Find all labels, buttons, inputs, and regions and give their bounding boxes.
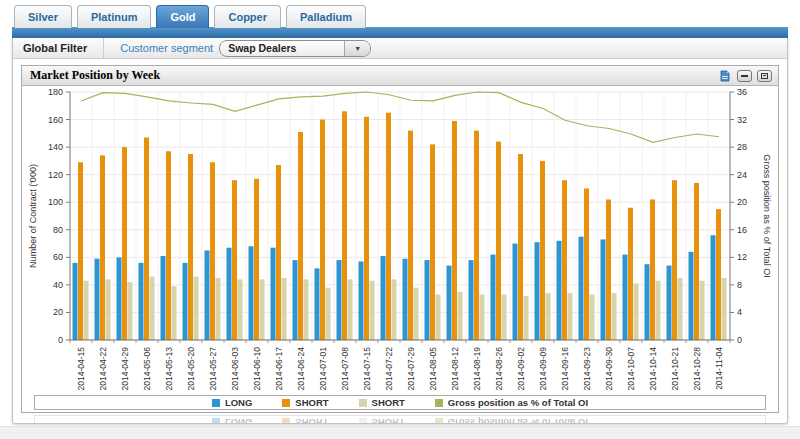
- panel-title: Market Position by Week: [22, 68, 718, 83]
- left-axis-tick-label: 20: [53, 307, 63, 317]
- right-axis-title: Gross position as % of Total OI: [762, 154, 772, 277]
- bar: [282, 278, 287, 340]
- tab-copper[interactable]: Copper: [214, 5, 281, 28]
- bar: [166, 151, 171, 340]
- x-axis-label: 2014-09-30: [604, 347, 614, 391]
- bar: [540, 161, 545, 340]
- right-axis-tick-label: 4: [737, 307, 742, 317]
- bar: [161, 256, 166, 340]
- bar: [73, 263, 78, 340]
- bar: [535, 242, 540, 340]
- bar: [320, 120, 325, 340]
- legend-swatch: [435, 419, 443, 424]
- bar: [518, 154, 523, 340]
- tab-platinum[interactable]: Platinum: [77, 5, 151, 28]
- bar: [315, 268, 320, 340]
- customer-segment-dropdown[interactable]: Swap Dealers ▼: [219, 40, 371, 57]
- bar: [584, 188, 589, 340]
- bar: [491, 255, 496, 340]
- chart-legend: LONGSHORTSHORTGross position as % of Tot…: [34, 415, 766, 423]
- bar: [139, 263, 144, 340]
- bar: [205, 250, 210, 340]
- legend-swatch: [282, 419, 290, 424]
- bar: [447, 266, 452, 340]
- bar: [370, 281, 375, 340]
- bar: [524, 296, 529, 340]
- x-axis-label: 2014-04-29: [120, 347, 130, 391]
- bar: [612, 293, 617, 340]
- bar: [606, 199, 611, 340]
- bar: [293, 260, 298, 340]
- minimize-icon[interactable]: [737, 70, 752, 82]
- x-axis-label: 2014-05-13: [164, 347, 174, 391]
- print-icon[interactable]: [718, 69, 732, 82]
- bar: [304, 279, 309, 340]
- bar: [183, 263, 188, 340]
- bar: [298, 132, 303, 340]
- bar: [474, 131, 479, 340]
- x-axis-label: 2014-09-02: [516, 347, 526, 391]
- bar: [232, 180, 237, 340]
- bar: [672, 180, 677, 340]
- legend-label: SHORT: [295, 417, 328, 423]
- bar: [408, 131, 413, 340]
- right-axis-tick-label: 36: [737, 87, 747, 97]
- tab-palladium[interactable]: Palladium: [286, 5, 366, 28]
- right-axis-tick-label: 24: [737, 170, 747, 180]
- right-axis-tick-label: 28: [737, 142, 747, 152]
- x-axis-label: 2014-10-14: [648, 347, 658, 391]
- bar: [348, 279, 353, 340]
- x-axis-label: 2014-06-03: [230, 347, 240, 391]
- legend-item: SHORT: [282, 397, 328, 408]
- legend-label: Gross position as % of Total OI: [448, 417, 588, 423]
- bar: [227, 248, 232, 340]
- left-axis-tick-label: 120: [48, 170, 63, 180]
- tab-silver[interactable]: Silver: [14, 5, 72, 28]
- bar: [579, 237, 584, 340]
- maximize-icon[interactable]: [757, 70, 772, 82]
- bar: [144, 137, 149, 340]
- bar: [392, 279, 397, 340]
- tab-gold[interactable]: Gold: [156, 5, 209, 28]
- x-axis-label: 2014-05-27: [208, 347, 218, 391]
- bar: [106, 279, 111, 340]
- legend-item: LONG: [212, 397, 252, 408]
- bar: [95, 259, 100, 340]
- x-axis-label: 2014-10-28: [692, 347, 702, 391]
- left-axis-tick-label: 0: [58, 335, 63, 345]
- x-axis-label: 2014-07-15: [362, 347, 372, 391]
- bar: [689, 252, 694, 340]
- x-axis-label: 2014-07-22: [384, 347, 394, 391]
- bar: [634, 284, 639, 340]
- bar: [590, 295, 595, 340]
- panel-header: Market Position by Week: [22, 66, 778, 86]
- bar: [194, 277, 199, 340]
- right-axis-tick-label: 8: [737, 280, 742, 290]
- legend-swatch: [212, 399, 220, 407]
- bar: [650, 199, 655, 340]
- chart-panel: Market Position by Week 0204060801001201…: [21, 65, 779, 413]
- right-axis-tick-label: 0: [737, 335, 742, 345]
- bar: [210, 162, 215, 340]
- legend-item: Gross position as % of Total OI: [435, 417, 588, 423]
- bar: [716, 209, 721, 340]
- x-axis-label: 2014-08-19: [472, 347, 482, 391]
- legend-item: SHORT: [282, 417, 328, 423]
- bar: [276, 165, 281, 340]
- bar: [271, 248, 276, 340]
- bar: [381, 256, 386, 340]
- bar: [414, 288, 419, 340]
- global-filter-bar: Global Filter Customer segment Swap Deal…: [13, 38, 787, 59]
- bar: [667, 266, 672, 340]
- bar: [326, 288, 331, 340]
- bar: [364, 117, 369, 340]
- bar: [722, 278, 727, 340]
- chevron-down-icon[interactable]: ▼: [344, 41, 370, 56]
- x-axis-label: 2014-06-10: [252, 347, 262, 391]
- tab-bar: SilverPlatinumGoldCopperPalladium: [14, 4, 366, 28]
- legend-label: SHORT: [372, 397, 405, 408]
- x-axis-label: 2014-04-22: [98, 347, 108, 391]
- left-axis-tick-label: 40: [53, 280, 63, 290]
- bar: [254, 179, 259, 340]
- bar: [78, 162, 83, 340]
